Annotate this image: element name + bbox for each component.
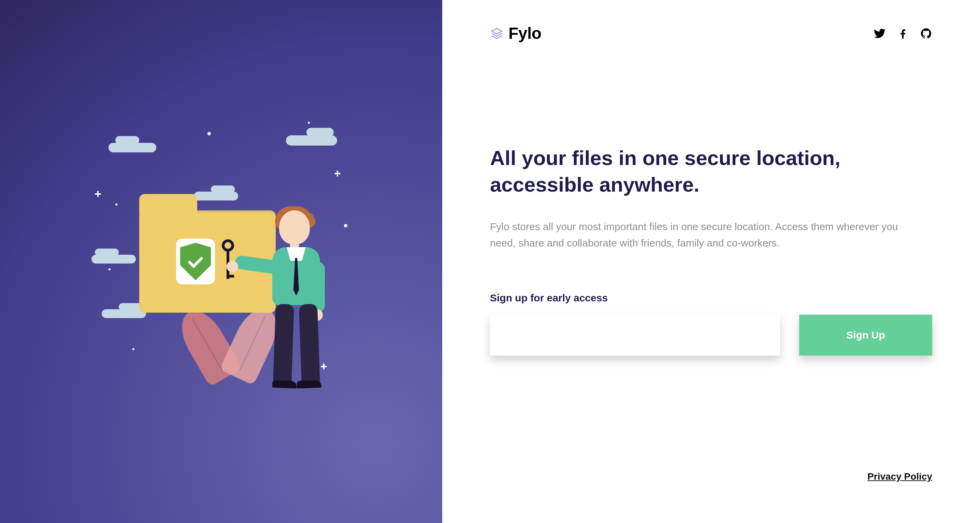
hero-headline: All your files in one secure location, a… [490,145,899,198]
star-icon [308,122,310,124]
facebook-icon[interactable] [897,27,909,40]
social-links [873,27,932,40]
star-icon [95,193,101,195]
signup-form-label: Sign up for early access [490,292,932,304]
star-icon [334,173,340,174]
cloud-icon [194,192,238,200]
shield-check-icon [180,243,211,280]
star-icon [344,224,347,227]
star-icon [132,348,134,350]
hero-illustration [81,122,361,401]
header: Fylo [490,24,932,43]
twitter-icon[interactable] [873,27,886,40]
cloud-icon [91,255,136,263]
star-icon [115,204,118,206]
signup-button[interactable]: Sign Up [799,315,932,356]
cloud-icon [102,309,146,318]
privacy-policy-link[interactable]: Privacy Policy [867,471,932,482]
person-icon [259,210,334,388]
hero-subtext: Fylo stores all your most important file… [490,219,916,251]
github-icon[interactable] [920,27,932,40]
brand-name: Fylo [508,24,541,43]
content-panel: Fylo All your files in one secure locati… [442,0,980,523]
signup-form: Sign Up [490,315,932,356]
key-icon [224,239,231,280]
star-icon [207,132,211,135]
star-icon [108,268,111,270]
hero-illustration-panel [0,0,442,523]
svg-marker-0 [492,28,502,34]
cloud-icon [108,143,156,152]
email-field[interactable] [490,315,780,356]
hero-section: All your files in one secure location, a… [490,145,932,356]
brand-logo[interactable]: Fylo [490,24,541,43]
cloud-icon [286,135,337,146]
layers-icon [490,27,504,40]
